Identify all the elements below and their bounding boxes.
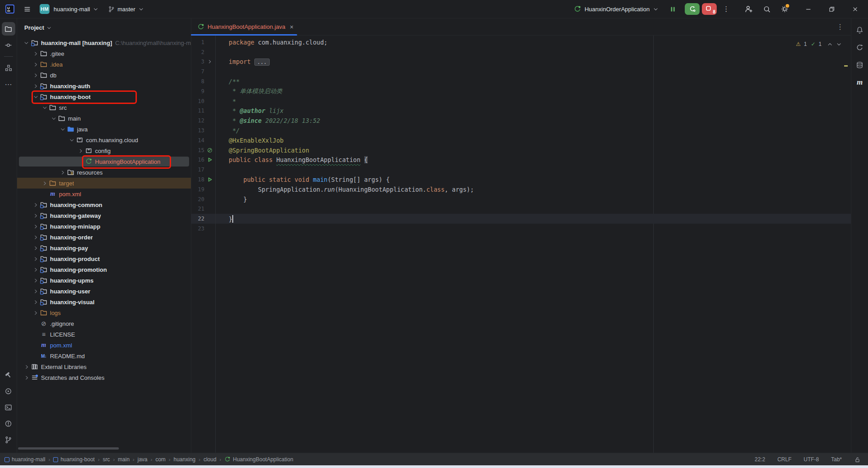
spring-bean-gutter-icon[interactable] <box>204 147 215 153</box>
tree-chevron-icon[interactable] <box>32 83 40 89</box>
database-tool-button[interactable] <box>853 58 867 72</box>
next-problem-icon[interactable] <box>836 41 842 47</box>
breadcrumb-huanxing-boot[interactable]: huanxing-boot <box>53 456 95 463</box>
project-tool-button[interactable] <box>2 22 15 36</box>
tree-chevron-icon[interactable] <box>32 72 40 78</box>
tree-row-huanxing-pay[interactable]: huanxing-pay <box>17 243 191 253</box>
tree-row-java[interactable]: java <box>17 124 191 135</box>
vcs-branch-widget[interactable]: master <box>108 6 144 13</box>
tree-chevron-icon[interactable] <box>68 137 76 143</box>
restore-button[interactable] <box>825 2 838 16</box>
tree-row-huanxing-mall-huanxing-[interactable]: huanxing-mall [huanxing]C:\huanxing\mall… <box>17 37 191 48</box>
tree-chevron-icon[interactable] <box>32 267 40 273</box>
version-control-tool-button[interactable] <box>2 433 15 446</box>
prev-problem-icon[interactable] <box>827 41 833 47</box>
problems-tool-button[interactable] <box>2 417 15 430</box>
more-actions-icon[interactable]: ⋮ <box>723 3 729 15</box>
breadcrumb-main[interactable]: main <box>118 456 130 463</box>
main-menu-icon[interactable] <box>21 3 33 15</box>
tree-chevron-icon[interactable] <box>77 148 85 154</box>
tree-row-scratches-and-consoles[interactable]: Scratches and Consoles <box>17 372 191 383</box>
tree-row-huanxing-promotion[interactable]: huanxing-promotion <box>17 264 191 275</box>
tree-chevron-icon[interactable] <box>32 278 40 284</box>
tree-row-resources[interactable]: resources <box>17 167 191 178</box>
code-editor[interactable]: 1package com.huanxing.cloud;23import ...… <box>191 36 851 453</box>
tree-row-main[interactable]: main <box>17 113 191 124</box>
project-panel-header[interactable]: Project <box>17 18 191 31</box>
tree-row-huanxing-visual[interactable]: huanxing-visual <box>17 297 191 307</box>
caret-position[interactable]: 22:2 <box>755 456 765 463</box>
close-button[interactable] <box>848 2 862 16</box>
tree-row-readme-md[interactable]: M↓README.md <box>17 351 191 361</box>
tree-chevron-icon[interactable] <box>41 105 49 111</box>
tree-row-huanxing-product[interactable]: huanxing-product <box>17 253 191 264</box>
breadcrumb-com[interactable]: com <box>155 456 166 463</box>
tree-row-com-huanxing-cloud[interactable]: com.huanxing.cloud <box>17 135 191 145</box>
tree-chevron-icon[interactable] <box>32 256 40 262</box>
tree-chevron-icon[interactable] <box>41 180 49 186</box>
tree-row-huanxing-miniapp[interactable]: huanxing-miniapp <box>17 221 191 232</box>
file-encoding[interactable]: UTF-8 <box>804 456 819 463</box>
tree-row-huanxing-common[interactable]: huanxing-common <box>17 199 191 210</box>
tree-chevron-icon[interactable] <box>32 94 40 100</box>
tree-chevron-icon[interactable] <box>50 116 58 122</box>
tree-chevron-icon[interactable] <box>32 245 40 251</box>
inspections-widget[interactable]: ⚠1 ✓1 <box>796 41 842 47</box>
tree-chevron-icon[interactable] <box>59 170 67 176</box>
tree-row-huanxing-gateway[interactable]: huanxing-gateway <box>17 210 191 221</box>
rerun-button[interactable] <box>685 3 700 15</box>
tree-row-huanxing-boot[interactable]: huanxing-boot <box>17 91 191 102</box>
run-gutter-icon[interactable] <box>204 176 215 183</box>
commit-tool-button[interactable] <box>2 38 15 52</box>
fold-arrow-icon[interactable] <box>204 59 215 64</box>
tree-chevron-icon[interactable] <box>32 299 40 305</box>
tree-chevron-icon[interactable] <box>23 40 31 46</box>
tree-chevron-icon[interactable] <box>32 62 40 68</box>
tab-huanxingbootapplication[interactable]: HuanxingBootApplication.java × <box>191 18 299 35</box>
tree-chevron-icon[interactable] <box>32 234 40 240</box>
stop-button[interactable]: 8 <box>702 3 717 15</box>
pause-button[interactable] <box>667 3 678 15</box>
breadcrumb-huanxingbootapplication[interactable]: HuanxingBootApplication <box>224 456 293 463</box>
tab-options-icon[interactable]: ⋮ <box>836 22 844 31</box>
tree-chevron-icon[interactable] <box>23 375 31 381</box>
build-tool-button[interactable] <box>2 368 15 382</box>
structure-tool-button[interactable] <box>2 61 15 75</box>
tree-row-huanxing-auth[interactable]: huanxing-auth <box>17 81 191 91</box>
tree-chevron-icon[interactable] <box>32 202 40 208</box>
tree-row-config[interactable]: config <box>17 145 191 156</box>
breadcrumb-huanxing[interactable]: huanxing <box>174 456 196 463</box>
tree-chevron-icon[interactable] <box>59 126 67 132</box>
code-with-me-icon[interactable] <box>743 3 755 15</box>
tree-row-huanxingbootapplication[interactable]: HuanxingBootApplication <box>17 156 191 167</box>
tree-row-huanxing-order[interactable]: huanxing-order <box>17 232 191 243</box>
tab-close-icon[interactable]: × <box>290 23 294 31</box>
tree-row--gitee[interactable]: .gitee <box>17 48 191 59</box>
tree-row--idea[interactable]: .idea <box>17 59 191 70</box>
tree-row-pom-xml[interactable]: mpom.xml <box>17 189 191 199</box>
more-tool-windows-button[interactable]: ⋯ <box>2 77 15 91</box>
minimize-button[interactable] <box>801 2 815 16</box>
tree-row-logs[interactable]: logs <box>17 307 191 318</box>
tree-chevron-icon[interactable] <box>32 213 40 219</box>
tree-row-huanxing-upms[interactable]: huanxing-upms <box>17 275 191 286</box>
breadcrumb-java[interactable]: java <box>137 456 147 463</box>
sync-tool-button[interactable] <box>853 40 867 54</box>
tree-row-pom-xml[interactable]: mpom.xml <box>17 340 191 351</box>
tree-row-huanxing-user[interactable]: huanxing-user <box>17 286 191 297</box>
services-tool-button[interactable] <box>2 384 15 398</box>
run-gutter-icon[interactable] <box>204 157 215 163</box>
notifications-button[interactable] <box>853 23 867 36</box>
tree-row-src[interactable]: src <box>17 102 191 113</box>
warning-stripe-mark[interactable] <box>844 65 848 67</box>
maven-tool-button[interactable]: m <box>853 76 867 89</box>
breadcrumb-cloud[interactable]: cloud <box>203 456 217 463</box>
horizontal-scrollbar[interactable] <box>18 447 119 450</box>
line-ending[interactable]: CRLF <box>778 456 791 463</box>
run-configuration-selector[interactable]: HuanxinOrderApplication <box>574 5 659 13</box>
tree-row-db[interactable]: db <box>17 70 191 81</box>
tree-row-external-libraries[interactable]: External Libraries <box>17 361 191 372</box>
tree-row-license[interactable]: ≡LICENSE <box>17 329 191 340</box>
indent-style[interactable]: Tab* <box>831 456 842 463</box>
settings-gear-icon[interactable] <box>779 3 791 15</box>
